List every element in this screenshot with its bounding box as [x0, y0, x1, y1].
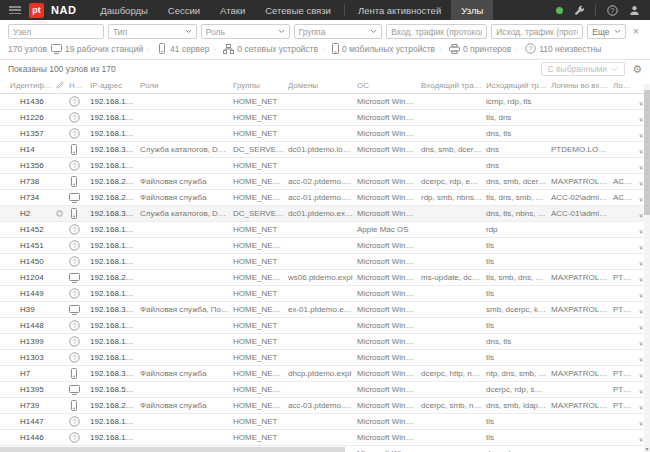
more-filters-button[interactable]: Еще [587, 24, 625, 39]
table-row[interactable]: H1446?192.168.10.92HOME_NETMicrosoft Win… [0, 430, 650, 446]
traffic-out-cell: tls, smb, dns, ntp, http, ... [486, 273, 551, 282]
traffic-out-cell: dns, tls [486, 129, 551, 138]
table-row[interactable]: H1395192.168.55.21HOME_NET, Roo...Micros… [0, 382, 650, 398]
ip-cell: 192.168.10.202 [90, 289, 140, 298]
nav-item-атаки[interactable]: Атаки [210, 0, 255, 20]
nav-item-дашборды[interactable]: Дашборды [90, 0, 158, 20]
chevron-down-icon [614, 29, 621, 34]
table-row[interactable]: H7192.168.31.11Файловая службаHOME_NET, … [0, 366, 650, 382]
header-logins-in: Логины во вход. траф... [551, 81, 613, 90]
os-cell: Microsoft Windows N... [357, 177, 421, 186]
role-filter-select[interactable]: Роль [201, 24, 290, 39]
header-domains: Домены [288, 81, 357, 90]
stat-label: 0 мобильных устройств [342, 44, 435, 54]
header-traffic-out: Исходящий трафик [486, 81, 551, 90]
domains-cell: acc-01.ptdemo.expl [288, 193, 357, 202]
node-id-cell: H1446 [8, 433, 56, 442]
vertical-scrollbar-thumb[interactable] [644, 90, 650, 215]
groups-cell: HOME_NET [233, 97, 288, 106]
table-row[interactable]: H1452?192.168.10.11HOME_NETApple Mac OSr… [0, 222, 650, 238]
horizontal-scrollbar-thumb[interactable] [0, 447, 345, 452]
table-row[interactable]: H738192.168.23.12Файловая службаHOME_NET… [0, 174, 650, 190]
server-icon [69, 144, 90, 155]
node-id-cell: H1436 [8, 97, 56, 106]
help-icon[interactable]: ? [606, 4, 618, 16]
table-row[interactable]: H1357?192.168.10.85HOME_NETMicrosoft Win… [0, 126, 650, 142]
domains-cell: dhcp.ptdemo.expl [288, 369, 357, 378]
node-id-cell: H1204 [8, 273, 56, 282]
table-row[interactable]: H14192.168.30.1Служба каталогов, DNS-сер… [0, 142, 650, 158]
gear-icon[interactable]: ⚙ [632, 64, 642, 75]
domains-cell: dc01.ptdemo.expl, ptdem... [288, 209, 357, 218]
os-cell: Microsoft Windows N... [357, 385, 421, 394]
group-filter-select[interactable]: Группа [294, 24, 383, 39]
unknown-icon: ? [69, 96, 90, 107]
stat-label: 110 неизвестны [539, 44, 601, 54]
user-icon[interactable] [628, 4, 640, 16]
inbound-traffic-filter-input[interactable] [386, 24, 487, 39]
table-row[interactable]: H2192.168.31.1Служба каталогов, DNS-серв… [0, 206, 650, 222]
with-selected-button[interactable]: С выбранными [541, 62, 626, 76]
table-row[interactable]: H1303?192.168.10.165HOME_NETMicrosoft Wi… [0, 350, 650, 366]
ip-cell: 192.168.10.153 [90, 417, 140, 426]
network-device-icon [223, 44, 234, 54]
hamburger-menu-icon[interactable] [9, 6, 21, 14]
logins-in-cell: ACC-01\admin-acc01, ... [551, 209, 613, 218]
table-row[interactable]: H1226?192.168.10.89HOME_NETMicrosoft Win… [0, 110, 650, 126]
node-filter-input[interactable] [8, 24, 104, 39]
unknown-icon: ? [69, 128, 90, 139]
vertical-scrollbar[interactable]: ▾ [644, 84, 650, 452]
pt-logo[interactable]: pt [29, 3, 44, 18]
table-header: Идентификатор Назв... IP-адрес Роли Груп… [0, 78, 650, 94]
nav-item-сетевые-связи[interactable]: Сетевые связи [255, 0, 341, 20]
ip-cell: 192.168.10.165 [90, 353, 140, 362]
node-id-cell: H14 [8, 145, 56, 154]
wrench-icon[interactable] [573, 4, 585, 16]
table-row[interactable]: H1436?192.168.10.102HOME_NETMicrosoft Wi… [0, 94, 650, 110]
ip-cell: 192.168.10.254 [90, 241, 140, 250]
ip-cell: 192.168.31.11 [90, 369, 140, 378]
server-icon [69, 208, 90, 219]
nav-item-лента-активностей[interactable]: Лента активностей [348, 0, 451, 20]
table-row[interactable]: H1450?192.168.10.245HOME_NETMicrosoft Wi… [0, 254, 650, 270]
nav-item-узлы[interactable]: Узлы [451, 0, 493, 20]
traffic-out-cell: tls [486, 289, 551, 298]
roles-cell: Служба каталогов, DNS-сервер, Ко... [140, 209, 233, 218]
node-id-cell: H39 [8, 305, 56, 314]
table-row[interactable]: H1448?192.168.10.177HOME_NETMicrosoft Wi… [0, 318, 650, 334]
table-row[interactable]: H1451?192.168.10.254HOME_NET, Roo...Micr… [0, 238, 650, 254]
traffic-in-cell: dcerpc, smb, nbns, rdp, ... [421, 401, 486, 410]
traffic-out-cell: dns, tls [486, 337, 551, 346]
outbound-traffic-filter-input[interactable] [491, 24, 583, 39]
os-cell: Microsoft Windows N... [357, 257, 421, 266]
nav-item-сессии[interactable]: Сессии [158, 0, 210, 20]
groups-cell: HOME_NET [233, 225, 288, 234]
roles-cell: Служба каталогов, DNS-сервер, Ко... [140, 145, 233, 154]
chevron-down-icon [278, 29, 285, 34]
unknown-icon: ? [69, 160, 90, 171]
ip-cell: 192.168.10.177 [90, 321, 140, 330]
stat-label: 41 сервер [170, 44, 209, 54]
table-row[interactable]: H1449?192.168.10.202HOME_NETMicrosoft Wi… [0, 286, 650, 302]
node-id-cell: H7 [8, 369, 56, 378]
scroll-down-arrow-icon[interactable]: ▾ [644, 445, 650, 452]
table-row[interactable]: H1356?192.168.10.72HOME_NETdns [0, 158, 650, 174]
table-row[interactable]: H1399?192.168.10.171HOME_NETMicrosoft Wi… [0, 334, 650, 350]
table-row[interactable]: H739192.168.23.13Файловая службаHOME_NET… [0, 398, 650, 414]
table-row[interactable]: H734192.168.23.1Файловая службаHOME_NET,… [0, 190, 650, 206]
logins-in-cell: PTDEMO.LOCAL\MAXP... [551, 145, 613, 154]
ip-cell: 192.168.23.12 [90, 177, 140, 186]
groups-cell: HOME_NET [233, 433, 288, 442]
logins-in-cell: ACC-02\admin-acc01, ... [551, 193, 613, 202]
table-row[interactable]: H1447?192.168.10.153HOME_NETMicrosoft Wi… [0, 414, 650, 430]
groups-cell: HOME_NET, Roo... [233, 193, 288, 202]
logins-cell: PTDEMO [613, 273, 637, 282]
table-row[interactable]: H1204192.168.22.98HOME_NET, Roo...ws06.p… [0, 270, 650, 286]
clear-filters-icon[interactable]: × [630, 26, 642, 37]
ip-cell: 192.168.10.171 [90, 337, 140, 346]
svg-text:?: ? [73, 226, 77, 233]
nav-divider [344, 4, 345, 16]
type-filter-select[interactable]: Тип [108, 24, 197, 39]
table-row[interactable]: H39192.168.31.50Файловая служба, Почтовы… [0, 302, 650, 318]
os-cell: Microsoft Windows N... [357, 97, 421, 106]
